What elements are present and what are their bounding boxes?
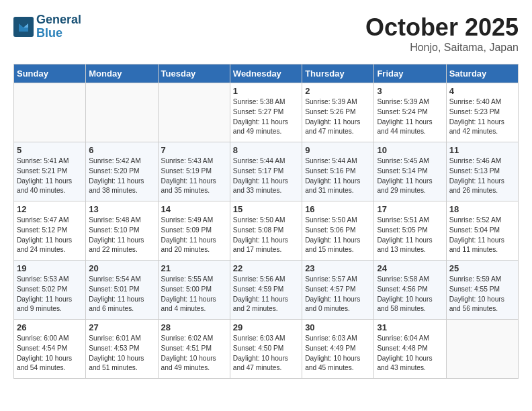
calendar-day-cell: [86, 83, 158, 142]
day-number: 31: [377, 322, 443, 332]
day-info: Sunrise: 6:03 AMSunset: 4:49 PMDaylight:…: [305, 334, 371, 373]
page-header: General Blue October 2025 Honjo, Saitama…: [13, 13, 519, 54]
calendar-day-cell: 22Sunrise: 5:56 AMSunset: 4:59 PMDayligh…: [230, 261, 302, 320]
day-number: 28: [161, 322, 227, 332]
day-number: 25: [449, 263, 515, 273]
calendar-day-cell: 27Sunrise: 6:01 AMSunset: 4:53 PMDayligh…: [86, 320, 158, 379]
day-info: Sunrise: 5:39 AMSunset: 5:24 PMDaylight:…: [377, 97, 443, 137]
calendar-day-cell: 8Sunrise: 5:44 AMSunset: 5:17 PMDaylight…: [230, 142, 302, 201]
weekday-header: Wednesday: [230, 64, 302, 83]
day-number: 11: [449, 145, 515, 155]
day-info: Sunrise: 5:44 AMSunset: 5:17 PMDaylight:…: [233, 156, 299, 196]
calendar-week-row: 19Sunrise: 5:53 AMSunset: 5:02 PMDayligh…: [14, 261, 519, 320]
day-info: Sunrise: 5:41 AMSunset: 5:21 PMDaylight:…: [17, 156, 83, 196]
weekday-header: Friday: [374, 64, 446, 83]
day-number: 24: [377, 263, 443, 273]
day-info: Sunrise: 5:56 AMSunset: 4:59 PMDaylight:…: [233, 275, 299, 314]
calendar-day-cell: 21Sunrise: 5:55 AMSunset: 5:00 PMDayligh…: [158, 261, 230, 320]
calendar-day-cell: 18Sunrise: 5:52 AMSunset: 5:04 PMDayligh…: [446, 201, 518, 261]
day-info: Sunrise: 5:45 AMSunset: 5:14 PMDaylight:…: [377, 156, 443, 196]
calendar-day-cell: 15Sunrise: 5:50 AMSunset: 5:08 PMDayligh…: [230, 201, 302, 261]
day-info: Sunrise: 6:01 AMSunset: 4:53 PMDaylight:…: [89, 334, 154, 373]
day-info: Sunrise: 5:39 AMSunset: 5:26 PMDaylight:…: [305, 97, 371, 137]
calendar-day-cell: 7Sunrise: 5:43 AMSunset: 5:19 PMDaylight…: [158, 142, 230, 201]
day-info: Sunrise: 5:43 AMSunset: 5:19 PMDaylight:…: [161, 156, 227, 196]
calendar-day-cell: 14Sunrise: 5:49 AMSunset: 5:09 PMDayligh…: [158, 201, 230, 261]
day-info: Sunrise: 5:50 AMSunset: 5:08 PMDaylight:…: [233, 216, 299, 255]
calendar-day-cell: 11Sunrise: 5:46 AMSunset: 5:13 PMDayligh…: [446, 142, 518, 201]
day-number: 9: [305, 145, 371, 155]
calendar-day-cell: 16Sunrise: 5:50 AMSunset: 5:06 PMDayligh…: [302, 201, 374, 261]
calendar-day-cell: [14, 83, 86, 142]
title-block: October 2025 Honjo, Saitama, Japan: [365, 13, 519, 54]
svg-rect-0: [13, 17, 34, 37]
calendar-week-row: 1Sunrise: 5:38 AMSunset: 5:27 PMDaylight…: [14, 83, 519, 142]
day-number: 5: [17, 145, 83, 155]
day-number: 7: [161, 145, 227, 155]
calendar-week-row: 12Sunrise: 5:47 AMSunset: 5:12 PMDayligh…: [14, 201, 519, 261]
calendar-day-cell: 13Sunrise: 5:48 AMSunset: 5:10 PMDayligh…: [86, 201, 158, 261]
day-info: Sunrise: 5:59 AMSunset: 4:55 PMDaylight:…: [449, 275, 515, 314]
day-number: 29: [233, 322, 299, 332]
day-info: Sunrise: 5:38 AMSunset: 5:27 PMDaylight:…: [233, 97, 299, 137]
calendar-day-cell: 30Sunrise: 6:03 AMSunset: 4:49 PMDayligh…: [302, 320, 374, 379]
day-number: 1: [233, 86, 299, 96]
calendar-day-cell: 9Sunrise: 5:44 AMSunset: 5:16 PMDaylight…: [302, 142, 374, 201]
day-info: Sunrise: 5:44 AMSunset: 5:16 PMDaylight:…: [305, 156, 371, 196]
day-info: Sunrise: 6:04 AMSunset: 4:48 PMDaylight:…: [377, 334, 443, 373]
calendar-day-cell: 23Sunrise: 5:57 AMSunset: 4:57 PMDayligh…: [302, 261, 374, 320]
day-number: 2: [305, 86, 371, 96]
calendar-day-cell: 12Sunrise: 5:47 AMSunset: 5:12 PMDayligh…: [14, 201, 86, 261]
calendar-day-cell: 26Sunrise: 6:00 AMSunset: 4:54 PMDayligh…: [14, 320, 86, 379]
day-info: Sunrise: 5:47 AMSunset: 5:12 PMDaylight:…: [17, 216, 83, 255]
weekday-header: Thursday: [302, 64, 374, 83]
day-number: 20: [89, 263, 154, 273]
day-info: Sunrise: 5:50 AMSunset: 5:06 PMDaylight:…: [305, 216, 371, 255]
day-number: 30: [305, 322, 371, 332]
calendar-day-cell: 28Sunrise: 6:02 AMSunset: 4:51 PMDayligh…: [158, 320, 230, 379]
calendar-day-cell: 17Sunrise: 5:51 AMSunset: 5:05 PMDayligh…: [374, 201, 446, 261]
calendar-day-cell: 31Sunrise: 6:04 AMSunset: 4:48 PMDayligh…: [374, 320, 446, 379]
day-info: Sunrise: 5:57 AMSunset: 4:57 PMDaylight:…: [305, 275, 371, 314]
day-info: Sunrise: 5:55 AMSunset: 5:00 PMDaylight:…: [161, 275, 227, 314]
logo-icon: [13, 17, 34, 37]
day-number: 4: [449, 86, 515, 96]
location-subtitle: Honjo, Saitama, Japan: [365, 42, 519, 54]
day-number: 17: [377, 204, 443, 214]
weekday-header: Monday: [86, 64, 158, 83]
day-info: Sunrise: 5:58 AMSunset: 4:56 PMDaylight:…: [377, 275, 443, 314]
weekday-header: Tuesday: [158, 64, 230, 83]
calendar-day-cell: 24Sunrise: 5:58 AMSunset: 4:56 PMDayligh…: [374, 261, 446, 320]
day-info: Sunrise: 5:53 AMSunset: 5:02 PMDaylight:…: [17, 275, 83, 314]
day-number: 22: [233, 263, 299, 273]
day-number: 3: [377, 86, 443, 96]
day-number: 26: [17, 322, 83, 332]
calendar-day-cell: 10Sunrise: 5:45 AMSunset: 5:14 PMDayligh…: [374, 142, 446, 201]
calendar-day-cell: 3Sunrise: 5:39 AMSunset: 5:24 PMDaylight…: [374, 83, 446, 142]
day-number: 10: [377, 145, 443, 155]
calendar-day-cell: 25Sunrise: 5:59 AMSunset: 4:55 PMDayligh…: [446, 261, 518, 320]
calendar-week-row: 5Sunrise: 5:41 AMSunset: 5:21 PMDaylight…: [14, 142, 519, 201]
day-info: Sunrise: 5:54 AMSunset: 5:01 PMDaylight:…: [89, 275, 154, 314]
day-info: Sunrise: 5:49 AMSunset: 5:09 PMDaylight:…: [161, 216, 227, 255]
day-number: 18: [449, 204, 515, 214]
calendar-day-cell: [446, 320, 518, 379]
day-number: 21: [161, 263, 227, 273]
day-info: Sunrise: 6:02 AMSunset: 4:51 PMDaylight:…: [161, 334, 227, 373]
day-number: 15: [233, 204, 299, 214]
day-number: 16: [305, 204, 371, 214]
day-info: Sunrise: 6:03 AMSunset: 4:50 PMDaylight:…: [233, 334, 299, 373]
day-number: 23: [305, 263, 371, 273]
day-number: 27: [89, 322, 154, 332]
day-info: Sunrise: 5:42 AMSunset: 5:20 PMDaylight:…: [89, 156, 154, 196]
calendar-header-row: SundayMondayTuesdayWednesdayThursdayFrid…: [14, 64, 519, 83]
calendar-day-cell: 1Sunrise: 5:38 AMSunset: 5:27 PMDaylight…: [230, 83, 302, 142]
calendar-table: SundayMondayTuesdayWednesdayThursdayFrid…: [13, 64, 519, 379]
logo: General Blue: [13, 13, 81, 40]
day-info: Sunrise: 5:48 AMSunset: 5:10 PMDaylight:…: [89, 216, 154, 255]
day-info: Sunrise: 6:00 AMSunset: 4:54 PMDaylight:…: [17, 334, 83, 373]
calendar-day-cell: 29Sunrise: 6:03 AMSunset: 4:50 PMDayligh…: [230, 320, 302, 379]
calendar-day-cell: 2Sunrise: 5:39 AMSunset: 5:26 PMDaylight…: [302, 83, 374, 142]
day-info: Sunrise: 5:51 AMSunset: 5:05 PMDaylight:…: [377, 216, 443, 255]
day-number: 8: [233, 145, 299, 155]
